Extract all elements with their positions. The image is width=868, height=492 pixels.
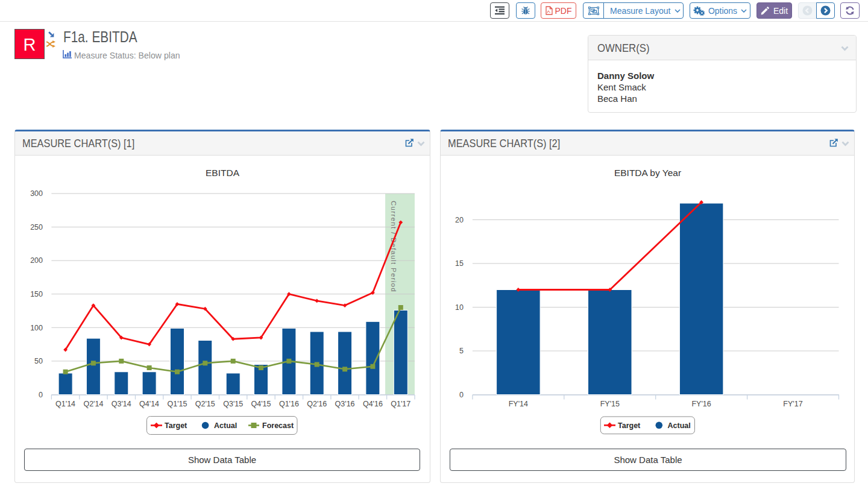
svg-text:10: 10: [455, 303, 464, 312]
svg-text:Target: Target: [165, 421, 187, 430]
svg-text:0: 0: [39, 391, 43, 399]
svg-text:Target: Target: [618, 421, 641, 430]
svg-text:250: 250: [30, 223, 43, 232]
svg-text:EBITDA by Year: EBITDA by Year: [614, 168, 681, 178]
svg-text:300: 300: [30, 189, 43, 198]
svg-text:EBITDA: EBITDA: [206, 168, 240, 178]
svg-text:Q1'16: Q1'16: [279, 400, 299, 408]
svg-text:0: 0: [459, 391, 464, 399]
svg-text:Forecast: Forecast: [262, 421, 294, 430]
svg-text:Q4'16: Q4'16: [363, 400, 383, 408]
svg-text:Q1'17: Q1'17: [391, 400, 410, 408]
svg-text:Actual: Actual: [214, 421, 237, 430]
svg-text:200: 200: [30, 256, 43, 265]
svg-text:Q3'16: Q3'16: [335, 400, 355, 408]
svg-text:Q3'14: Q3'14: [112, 400, 131, 408]
svg-text:Q2'15: Q2'15: [195, 400, 215, 408]
svg-text:150: 150: [30, 290, 43, 298]
svg-text:15: 15: [455, 259, 464, 268]
svg-text:50: 50: [34, 357, 43, 365]
svg-text:Q2'14: Q2'14: [83, 400, 103, 408]
svg-text:Q1'14: Q1'14: [55, 400, 75, 408]
svg-text:100: 100: [30, 324, 43, 332]
svg-text:Actual: Actual: [668, 421, 691, 430]
svg-text:FY'15: FY'15: [600, 400, 620, 408]
svg-text:FY'16: FY'16: [691, 400, 711, 408]
svg-text:Q1'15: Q1'15: [168, 400, 187, 408]
svg-text:FY'17: FY'17: [783, 400, 802, 408]
svg-text:Q2'16: Q2'16: [307, 400, 327, 408]
svg-text:5: 5: [459, 347, 464, 355]
svg-text:Q3'15: Q3'15: [223, 400, 243, 408]
svg-text:Q4'14: Q4'14: [139, 400, 159, 408]
svg-text:FY'14: FY'14: [509, 400, 528, 408]
svg-text:Q4'15: Q4'15: [251, 400, 271, 408]
svg-text:20: 20: [455, 216, 464, 224]
